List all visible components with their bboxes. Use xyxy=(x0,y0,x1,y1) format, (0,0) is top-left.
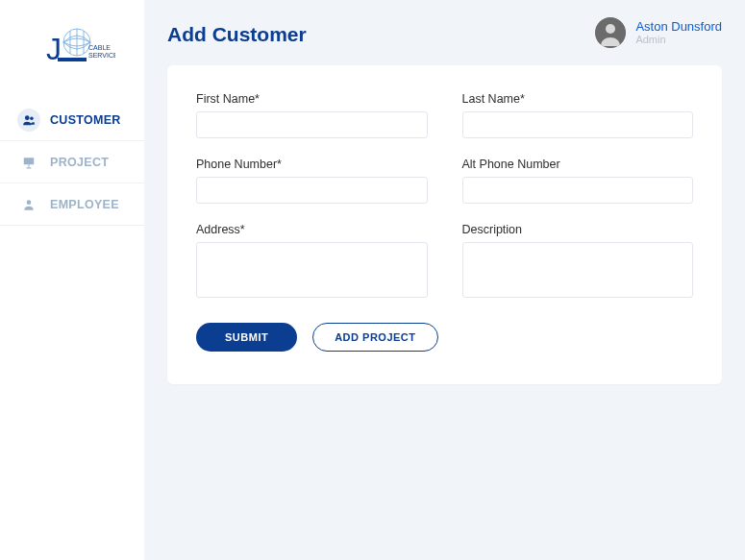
address-label: Address* xyxy=(196,223,428,236)
svg-point-11 xyxy=(27,200,32,205)
description-input[interactable] xyxy=(462,242,694,298)
field-first-name: First Name* xyxy=(196,92,428,138)
phone-input[interactable] xyxy=(196,177,428,204)
user-role: Admin xyxy=(635,34,722,45)
sidebar-item-label: PROJECT xyxy=(50,156,109,169)
field-phone: Phone Number* xyxy=(196,158,428,204)
svg-rect-1 xyxy=(58,58,87,61)
field-description: Description xyxy=(462,223,694,302)
user-menu[interactable]: Aston Dunsford Admin xyxy=(595,17,722,48)
main-content: Add Customer Aston Dunsford Admin First … xyxy=(144,0,745,560)
alt-phone-input[interactable] xyxy=(462,177,694,204)
last-name-label: Last Name* xyxy=(462,92,694,106)
sidebar-item-label: CUSTOMER xyxy=(50,113,121,127)
address-input[interactable] xyxy=(196,242,428,298)
svg-text:SERVICES: SERVICES xyxy=(88,52,115,59)
phone-label: Phone Number* xyxy=(196,158,428,171)
field-alt-phone: Alt Phone Number xyxy=(462,158,694,204)
svg-point-9 xyxy=(30,116,34,120)
sidebar-item-project[interactable]: PROJECT xyxy=(0,141,144,183)
submit-button[interactable]: SUBMIT xyxy=(196,323,297,352)
svg-text:CABLE: CABLE xyxy=(88,44,111,51)
form-actions: SUBMIT ADD PROJECT xyxy=(196,323,693,352)
sidebar: J CABLE SERVICES CUSTOMER xyxy=(0,0,144,560)
sidebar-item-customer[interactable]: CUSTOMER xyxy=(0,99,144,141)
field-last-name: Last Name* xyxy=(462,92,694,138)
brand-logo: J CABLE SERVICES xyxy=(29,17,115,75)
alt-phone-label: Alt Phone Number xyxy=(462,158,694,171)
svg-rect-10 xyxy=(24,158,35,164)
sidebar-item-employee[interactable]: EMPLOYEE xyxy=(0,183,144,226)
svg-point-8 xyxy=(25,115,30,120)
presentation-icon xyxy=(17,151,40,174)
last-name-input[interactable] xyxy=(462,111,694,138)
person-icon xyxy=(17,193,40,216)
form-card: First Name* Last Name* Phone Number* Alt… xyxy=(167,65,722,384)
avatar xyxy=(595,17,626,48)
add-project-button[interactable]: ADD PROJECT xyxy=(312,323,437,352)
field-address: Address* xyxy=(196,223,428,302)
users-icon xyxy=(17,109,40,132)
sidebar-nav: CUSTOMER PROJECT EMPLOYEE xyxy=(0,99,144,226)
svg-point-13 xyxy=(606,24,615,34)
user-name: Aston Dunsford xyxy=(635,20,722,34)
first-name-input[interactable] xyxy=(196,111,428,138)
first-name-label: First Name* xyxy=(196,92,428,106)
description-label: Description xyxy=(462,223,694,236)
sidebar-item-label: EMPLOYEE xyxy=(50,198,119,211)
